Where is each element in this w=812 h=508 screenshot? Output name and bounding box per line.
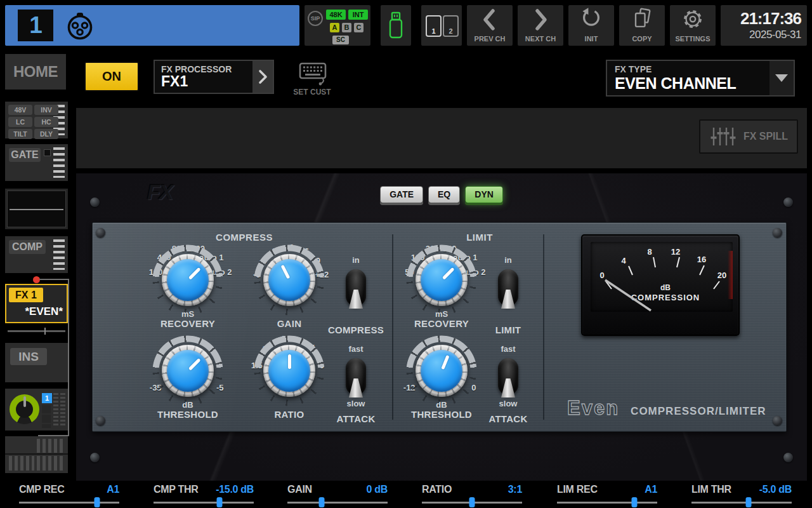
footer-slider-handle-cmp-rec[interactable] (95, 497, 100, 507)
input-button-tilt[interactable]: TILT (8, 129, 32, 139)
settings-button[interactable]: SETTINGS (670, 5, 716, 46)
footer-param-value: 0 dB (367, 484, 388, 495)
gain-reduction-vu-meter: 0 4 8 12 16 20 dB COMPRESSION (581, 234, 740, 336)
copy-button[interactable]: COPY (619, 5, 665, 46)
footer-slider-track-gain[interactable] (287, 502, 388, 504)
toggle-lim-attack[interactable] (498, 358, 518, 395)
pan-fader-panel[interactable]: 1 (5, 389, 68, 431)
usb-status-box (381, 5, 411, 46)
footer-slider-track-lim-thr[interactable] (691, 502, 792, 504)
status-indicator-box: SIP 48K INT A B C SC (304, 5, 370, 46)
xlr-connector-icon (65, 11, 95, 41)
output-meter-left (53, 393, 58, 426)
knob-ratio-control[interactable] (268, 350, 310, 392)
pan-knob[interactable] (10, 394, 39, 424)
fader-bank-badge: 1 (42, 393, 52, 403)
footer-param-label: CMP THR (154, 484, 199, 495)
init-button[interactable]: INIT (568, 5, 614, 46)
knob-cmp-threshold-control[interactable] (167, 350, 209, 392)
faders-icon (709, 126, 737, 147)
footer-slider-track-ratio[interactable] (422, 502, 522, 504)
footer-slider-handle-ratio[interactable] (469, 497, 475, 507)
gate-section-panel[interactable]: GATE (5, 144, 68, 181)
switch-limit-in: inLIMIT (467, 239, 549, 334)
vu-unit-label: dB (660, 283, 671, 292)
insert-label: INS (10, 348, 47, 365)
footer-slider-track-cmp-thr[interactable] (154, 502, 254, 504)
knob-cmp-recovery: 1004008001500auto 1auto 2mSRECOVERY (140, 232, 235, 328)
switch-compress-in: inCOMPRESS (315, 239, 397, 334)
routing-line (39, 279, 69, 280)
samplerate-badge: 48K (326, 10, 346, 20)
fx-level-tick (44, 328, 46, 335)
set-cust-button[interactable]: SET CUST (287, 58, 337, 97)
tab-dyn[interactable]: DYN (465, 186, 503, 203)
input-button-48v[interactable]: 48V (8, 105, 32, 115)
tab-gate[interactable]: GATE (380, 186, 423, 203)
next-channel-button[interactable]: NEXT CH (518, 5, 563, 46)
eq-curve-display (7, 190, 66, 227)
knob-cmp-gain-control[interactable] (268, 259, 310, 301)
footer-param-label: LIM REC (557, 484, 598, 495)
meter-bars (37, 456, 65, 471)
knob-unit-label: dB (140, 400, 235, 410)
footer-slider-handle-lim-thr[interactable] (746, 497, 752, 507)
footer-param-cmp-thr: CMP THR-15.0 dB (154, 484, 254, 507)
footer-param-label: GAIN (287, 484, 312, 495)
dropdown-arrow-button[interactable] (768, 61, 794, 95)
copy-pages-icon (619, 7, 665, 32)
plugin-tab-row: GATEEQDYN (76, 186, 807, 203)
eq-section-panel[interactable] (5, 189, 68, 229)
footer-slider-handle-gain[interactable] (318, 497, 324, 507)
toggle-compress-in[interactable] (346, 269, 366, 306)
input-button-hc[interactable]: HC (34, 117, 58, 127)
tab-eq[interactable]: EQ (428, 186, 460, 203)
fx-type-dropdown[interactable]: FX TYPE EVEN CHANNEL (606, 60, 795, 97)
footer-slider-handle-lim-rec[interactable] (631, 497, 637, 507)
home-button[interactable]: HOME (5, 54, 66, 90)
page-2-button[interactable]: 2 (443, 15, 459, 37)
footer-param-row: LIM RECA1 (557, 484, 657, 495)
gear-icon (670, 7, 716, 32)
eq-flat-curve (10, 209, 63, 210)
switch-top-label: fast (467, 344, 549, 354)
footer-slider-handle-cmp-thr[interactable] (217, 497, 223, 507)
fx-processor-selector[interactable]: FX PROCESSOR FX1 (154, 60, 274, 94)
fx-on-button[interactable]: ON (84, 62, 139, 91)
footer-param-label: LIM THR (691, 484, 731, 495)
input-section-panel[interactable]: 48VINVLCHCTILTDLY (5, 102, 68, 138)
input-button-inv[interactable]: INV (34, 105, 58, 115)
prev-channel-button[interactable]: PREV CH (467, 5, 513, 46)
input-button-lc[interactable]: LC (8, 117, 32, 127)
toggle-limit-in[interactable] (498, 269, 518, 306)
input-button-dly[interactable]: DLY (34, 129, 58, 139)
comp-section-panel[interactable]: COMP (5, 236, 68, 273)
gate-indicator (44, 150, 50, 156)
sync-badge: INT (348, 10, 368, 20)
page-1-button[interactable]: 1 (426, 15, 442, 37)
knob-lim-threshold-control[interactable] (421, 350, 462, 392)
fx-processor-next-button[interactable] (251, 61, 273, 93)
fx-spill-button[interactable]: FX SPILL (699, 119, 798, 154)
toggle-handle (349, 290, 363, 309)
plugin-brand-type: COMPRESSOR/LIMITER (631, 405, 766, 418)
footer-slider-track-cmp-rec[interactable] (19, 502, 119, 504)
channel-banner[interactable]: 1 (5, 5, 299, 46)
fx-spill-label: FX SPILL (743, 131, 788, 142)
footer-slider-track-lim-rec[interactable] (557, 502, 657, 504)
fader-meter-block[interactable] (5, 436, 68, 473)
toggle-handle (349, 378, 363, 398)
knob-lim-recovery-control[interactable] (421, 259, 462, 301)
pan-knob-pointer (23, 396, 26, 407)
channel-number: 1 (18, 10, 53, 41)
insert-section-panel[interactable]: INS (5, 343, 68, 382)
copy-label: COPY (619, 35, 665, 43)
knob-cmp-recovery-control[interactable] (167, 259, 209, 301)
knob-pointer (441, 355, 449, 370)
plugin-brand-name: Even (567, 397, 619, 420)
fx-level-strip[interactable] (5, 328, 68, 335)
toggle-cmp-attack[interactable] (346, 358, 366, 395)
keyboard-icon (298, 60, 328, 86)
vu-tick-4: 4 (621, 256, 626, 265)
fx1-slot-panel-selected[interactable]: FX 1 *EVEN* (5, 284, 68, 323)
